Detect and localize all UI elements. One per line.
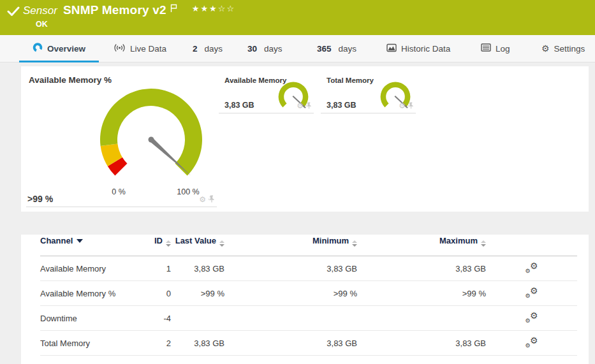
channel-maximum: 3,83 GB <box>357 256 486 281</box>
tab-historic-data[interactable]: Historic Data <box>386 35 450 62</box>
sort-icon <box>219 240 224 247</box>
column-header-channel[interactable]: Channel <box>40 235 149 256</box>
gauge-value: 3,83 GB <box>224 101 254 110</box>
object-type-label: Sensor <box>23 4 57 17</box>
column-header-id[interactable]: ID <box>149 235 171 256</box>
area-chart-icon <box>386 43 397 54</box>
live-broadcast-icon <box>114 43 126 54</box>
channel-maximum <box>357 306 486 331</box>
sort-icon <box>166 240 171 247</box>
channel-id: 0 <box>149 281 171 306</box>
priority-stars[interactable]: ★★★☆☆ <box>192 4 235 13</box>
tab-label: Overview <box>47 44 85 54</box>
column-header-settings <box>486 235 577 256</box>
tab-2-days[interactable]: 2 days <box>193 35 223 62</box>
tab-label: days <box>264 44 283 54</box>
gear-icon: ⚙ <box>541 44 550 53</box>
tab-settings[interactable]: ⚙ Settings <box>541 35 585 62</box>
tab-overview[interactable]: Overview <box>19 35 99 62</box>
gear-icon[interactable]: ⚙ <box>399 102 406 110</box>
table-row[interactable]: Available Memory % 0 >99 % >99 % >99 % ⚙… <box>40 281 577 306</box>
channels-panel: Channel ID Last Value Minimum Maximum Av… <box>21 235 589 364</box>
channel-last-value: >99 % <box>171 281 224 306</box>
stars-filled: ★★★ <box>192 4 218 13</box>
sort-descending-icon <box>77 239 83 243</box>
channel-settings-icon[interactable]: ⚙⚙ <box>525 312 538 323</box>
tab-label: Live Data <box>130 44 166 54</box>
tab-label: days <box>339 44 357 54</box>
channel-settings-icon[interactable]: ⚙⚙ <box>525 262 538 273</box>
overview-gauges-panel: Available Memory % 0 % 100 % >99 % ⚙ Ava… <box>21 66 589 212</box>
gauge-max-label: 100 % <box>177 187 199 196</box>
channel-last-value <box>171 306 224 331</box>
tab-365-days[interactable]: 365 days <box>317 35 356 62</box>
pin-icon[interactable] <box>408 100 414 112</box>
primary-gauge: 0 % 100 % <box>87 79 215 200</box>
tab-number: 30 <box>247 44 257 54</box>
column-header-minimum[interactable]: Minimum <box>224 235 357 256</box>
gear-icon[interactable]: ⚙ <box>297 102 304 110</box>
channel-maximum: 3,83 GB <box>357 331 486 356</box>
gauge-tile-available-memory[interactable]: Available Memory 3,83 GB ⚙ <box>219 71 314 113</box>
sensor-header: Sensor SNMP Memory v2 ★★★☆☆ OK <box>0 0 595 35</box>
tab-number: 2 <box>193 44 198 54</box>
table-row[interactable]: Downtime -4 ⚙⚙ <box>40 306 577 331</box>
page-title: SNMP Memory v2 <box>63 3 166 17</box>
gauge-value: >99 % <box>27 194 53 204</box>
tab-number: 365 <box>317 44 332 54</box>
tab-log[interactable]: Log <box>481 35 510 62</box>
channel-id: -4 <box>149 306 171 331</box>
flag-icon[interactable] <box>170 4 178 15</box>
channel-id: 1 <box>149 256 171 281</box>
tab-label: Log <box>496 44 510 54</box>
tab-label: Historic Data <box>401 44 450 54</box>
status-badge: OK <box>36 20 48 29</box>
sort-icon <box>352 240 357 247</box>
tab-bar: Overview Live Data 2 days 30 days 365 da… <box>0 35 595 62</box>
channel-name[interactable]: Available Memory <box>40 256 149 281</box>
channel-last-value: 3,83 GB <box>171 331 224 356</box>
channel-last-value: 3,83 GB <box>171 256 224 281</box>
channel-name[interactable]: Downtime <box>40 306 149 331</box>
channel-minimum <box>224 306 357 331</box>
channel-name[interactable]: Available Memory % <box>40 281 149 306</box>
channel-id: 2 <box>149 331 171 356</box>
gauge-icon <box>33 43 43 54</box>
channel-name[interactable]: Total Memory <box>40 331 149 356</box>
gauge-value: 3,83 GB <box>327 101 356 110</box>
gear-icon[interactable]: ⚙ <box>199 196 206 203</box>
channel-minimum: 3,83 GB <box>224 256 357 281</box>
stars-empty: ☆☆ <box>218 4 235 13</box>
tab-30-days[interactable]: 30 days <box>247 35 283 62</box>
channel-maximum: >99 % <box>357 281 486 306</box>
pin-icon[interactable] <box>306 100 312 112</box>
pin-icon[interactable] <box>209 194 215 205</box>
gauge-tile-available-memory-pct[interactable]: Available Memory % 0 % 100 % >99 % ⚙ <box>26 71 217 207</box>
table-header-row: Channel ID Last Value Minimum Maximum <box>40 235 577 256</box>
column-header-last-value[interactable]: Last Value <box>171 235 224 256</box>
gauge-tile-total-memory[interactable]: Total Memory 3,83 GB ⚙ <box>321 71 416 113</box>
channel-minimum: 3,83 GB <box>224 331 357 356</box>
gauge-min-label: 0 % <box>112 187 126 196</box>
tab-live-data[interactable]: Live Data <box>114 35 166 62</box>
table-row[interactable]: Available Memory 1 3,83 GB 3,83 GB 3,83 … <box>40 256 577 281</box>
channel-minimum: >99 % <box>224 281 357 306</box>
tab-label: days <box>205 44 223 54</box>
channel-settings-icon[interactable]: ⚙⚙ <box>525 337 538 348</box>
gauge-title: Total Memory <box>327 76 374 84</box>
sort-icon <box>481 240 486 247</box>
status-ok-check-icon <box>7 6 20 19</box>
table-row[interactable]: Total Memory 2 3,83 GB 3,83 GB 3,83 GB ⚙… <box>40 331 577 356</box>
small-gauge <box>371 74 420 124</box>
channel-settings-icon[interactable]: ⚙⚙ <box>525 287 538 298</box>
small-gauge <box>268 74 318 124</box>
log-list-icon <box>481 43 491 54</box>
column-header-maximum[interactable]: Maximum <box>357 235 486 256</box>
tab-label: Settings <box>554 44 585 54</box>
channel-table: Channel ID Last Value Minimum Maximum Av… <box>40 235 577 356</box>
